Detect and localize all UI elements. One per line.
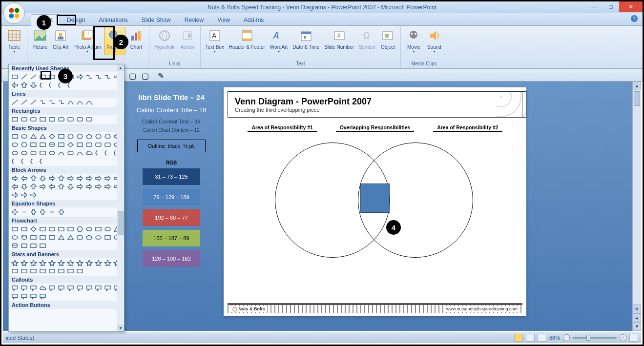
shape-option[interactable]: [104, 73, 112, 81]
shape-option[interactable]: [11, 191, 19, 199]
shape-option[interactable]: [11, 183, 19, 190]
shape-option[interactable]: [11, 175, 19, 182]
shape-option[interactable]: [76, 225, 84, 233]
shape-option[interactable]: [20, 259, 28, 266]
vertical-scrollbar[interactable]: ▲ ⬘ ⬙ ▼: [632, 81, 641, 331]
headerfooter-button[interactable]: Header & Footer: [227, 27, 267, 51]
scroll-down-icon[interactable]: ▼: [633, 322, 641, 331]
shape-option[interactable]: [104, 149, 112, 157]
shape-option[interactable]: [48, 116, 56, 123]
shape-option[interactable]: [104, 285, 112, 292]
shape-option[interactable]: [94, 133, 103, 140]
shape-option[interactable]: [66, 183, 75, 190]
shape-option[interactable]: [39, 259, 47, 266]
shape-option[interactable]: [94, 225, 103, 233]
shape-option[interactable]: [66, 99, 75, 106]
shape-option[interactable]: [57, 285, 65, 292]
close-button[interactable]: ✕: [619, 1, 643, 12]
shape-option[interactable]: [66, 175, 75, 182]
shape-option[interactable]: [48, 149, 56, 157]
shape-option[interactable]: [57, 99, 65, 106]
shape-option[interactable]: [76, 183, 84, 190]
shape-option[interactable]: [11, 133, 19, 140]
shape-option[interactable]: [20, 267, 28, 275]
shape-option[interactable]: [29, 141, 38, 148]
shape-option[interactable]: [57, 183, 65, 190]
shape-option[interactable]: [85, 141, 93, 148]
shape-option[interactable]: [39, 293, 47, 300]
shape-option[interactable]: [39, 158, 47, 165]
shape-option[interactable]: [57, 175, 65, 182]
shape-option[interactable]: [76, 133, 84, 140]
shape-option[interactable]: [20, 183, 28, 190]
prev-slide-icon[interactable]: ⬘: [633, 305, 641, 313]
sound-button[interactable]: Sound▼: [424, 27, 444, 54]
shape-option[interactable]: [29, 242, 38, 249]
next-slide-icon[interactable]: ⬙: [633, 313, 641, 322]
shape-option[interactable]: [11, 208, 19, 216]
zoom-in-button[interactable]: +: [620, 334, 626, 341]
shape-option[interactable]: [66, 225, 75, 233]
shape-option[interactable]: [85, 149, 93, 157]
shape-option[interactable]: [11, 81, 19, 89]
shape-option[interactable]: [11, 116, 19, 123]
drawn-rectangle[interactable]: [360, 183, 390, 213]
shape-option[interactable]: [104, 183, 112, 190]
shape-option[interactable]: [85, 225, 93, 233]
shape-option[interactable]: [57, 267, 65, 275]
qat-item[interactable]: ▢: [141, 71, 151, 80]
shape-option[interactable]: [85, 175, 93, 182]
shape-option[interactable]: [85, 116, 93, 123]
view-sorter-button[interactable]: [526, 334, 535, 342]
zoom-thumb[interactable]: [586, 335, 590, 341]
symbol-button[interactable]: ΩSymbol: [357, 27, 377, 51]
shape-option[interactable]: [11, 285, 19, 292]
office-button[interactable]: [3, 2, 25, 24]
shape-option[interactable]: [76, 149, 84, 157]
shape-option[interactable]: [20, 234, 28, 241]
shape-option[interactable]: [29, 133, 38, 140]
slide-canvas[interactable]: Venn Diagram - PowerPoint 2007 Creating …: [224, 87, 526, 316]
shape-option[interactable]: [39, 149, 47, 157]
shape-option[interactable]: [29, 208, 38, 216]
shape-option[interactable]: [48, 99, 56, 106]
shape-option[interactable]: [94, 259, 103, 266]
view-normal-button[interactable]: [514, 334, 523, 342]
qat-item[interactable]: ✎: [157, 71, 167, 80]
shape-option[interactable]: [20, 225, 28, 233]
shape-option[interactable]: [20, 99, 28, 106]
shape-option[interactable]: [20, 149, 28, 157]
shape-option[interactable]: [29, 259, 38, 266]
shape-option[interactable]: [94, 285, 103, 292]
shape-option[interactable]: [11, 158, 19, 165]
shape-option[interactable]: [20, 158, 28, 165]
shape-option[interactable]: [76, 116, 84, 123]
dd-scroll-up-icon[interactable]: ▲: [117, 64, 124, 71]
shape-option[interactable]: [104, 225, 112, 233]
shape-option[interactable]: [57, 116, 65, 123]
shape-option[interactable]: [29, 158, 38, 165]
shape-option[interactable]: [39, 242, 47, 249]
shape-option[interactable]: [85, 234, 93, 241]
shape-option[interactable]: [11, 259, 19, 266]
shape-option[interactable]: [48, 225, 56, 233]
textbox-button[interactable]: AText Box▼: [204, 27, 226, 54]
shape-option[interactable]: [29, 225, 38, 233]
shape-option[interactable]: [57, 259, 65, 266]
shape-option[interactable]: [85, 133, 93, 140]
shape-option[interactable]: [29, 81, 38, 89]
shape-option[interactable]: [94, 234, 103, 241]
object-button[interactable]: Object: [378, 27, 397, 51]
datetime-button[interactable]: 5Date & Time: [291, 27, 321, 51]
shape-option[interactable]: [20, 191, 28, 199]
shape-option[interactable]: [29, 293, 38, 300]
tab-review[interactable]: Review: [178, 15, 210, 25]
shape-option[interactable]: [20, 293, 28, 300]
shape-option[interactable]: [29, 99, 38, 106]
shape-option[interactable]: [66, 116, 75, 123]
shape-option[interactable]: [11, 149, 19, 157]
shape-option[interactable]: [39, 81, 47, 89]
shape-option[interactable]: [29, 285, 38, 292]
slidenumber-button[interactable]: #Slide Number: [322, 27, 356, 51]
shape-option[interactable]: [39, 175, 47, 182]
